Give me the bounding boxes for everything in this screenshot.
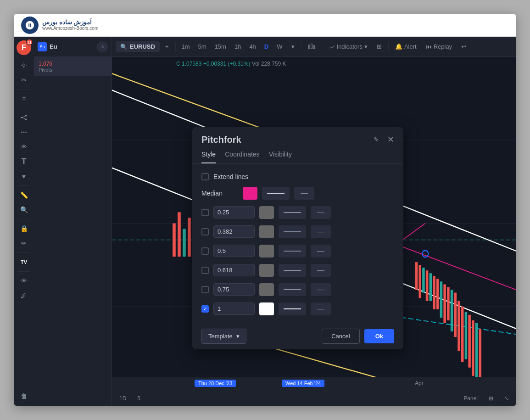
scissors-icon[interactable]: ✂ xyxy=(17,73,31,86)
tab-coordinates[interactable]: Coordinates xyxy=(225,151,260,163)
template-button[interactable]: Template ▾ xyxy=(201,329,246,344)
row-0382-checkbox[interactable] xyxy=(201,228,209,235)
chart-body: C 1.07583 +0.00331 (+0.31%) Vol 228.759 … xyxy=(112,57,516,390)
brand-logo: آموزش ساده بورس www.Amoozesh-Boors.com xyxy=(21,17,98,34)
crosshair-icon[interactable] xyxy=(17,59,31,72)
median-color-swatch[interactable] xyxy=(243,187,257,200)
timeframe-dropdown[interactable]: ▾ xyxy=(288,41,298,52)
main-area: F 11 ✂ ≡ 👁 T ♥ xyxy=(14,37,516,406)
row-1-checkbox[interactable]: ✓ xyxy=(201,305,209,313)
tab-style[interactable]: Style xyxy=(201,151,216,163)
row-025-line-style[interactable] xyxy=(279,206,306,219)
resize-icon[interactable]: ⤡ xyxy=(501,394,513,403)
row-05-checkbox[interactable] xyxy=(201,247,209,255)
median-line-style[interactable] xyxy=(262,187,290,200)
row-075-color[interactable] xyxy=(259,283,274,296)
pen-icon[interactable]: 🖊 xyxy=(17,289,31,302)
ruler-icon[interactable]: 📏 xyxy=(17,189,31,202)
trash-icon[interactable]: 🗑 xyxy=(17,390,31,403)
row-0618-input[interactable] xyxy=(213,264,255,276)
side-panel: Eu Eu ∧ 1.076 Pivots xyxy=(34,37,112,406)
row-0382-line-style[interactable] xyxy=(279,225,306,238)
row-05-line-style[interactable] xyxy=(279,245,306,258)
timeframe-w[interactable]: W xyxy=(273,42,285,51)
tab-visibility[interactable]: Visibility xyxy=(269,151,292,163)
lines-icon[interactable]: ≡ xyxy=(17,92,31,105)
avatar[interactable]: F 11 xyxy=(17,40,31,55)
row-0382-input[interactable] xyxy=(213,225,255,238)
cancel-button[interactable]: Cancel xyxy=(322,329,359,344)
row-025-thickness[interactable]: — xyxy=(311,206,331,219)
median-thickness[interactable]: — xyxy=(294,187,314,200)
timeframe-15m[interactable]: 15m xyxy=(212,42,229,51)
row-05-color[interactable] xyxy=(259,245,274,258)
add-symbol-button[interactable]: + xyxy=(162,41,173,52)
row-075-thickness[interactable]: — xyxy=(311,283,331,296)
symbol-item[interactable]: 1.076 Pivots xyxy=(34,57,112,76)
bottom-5-btn[interactable]: 5 xyxy=(134,394,144,403)
divider5 xyxy=(17,252,30,253)
row-1-color[interactable] xyxy=(259,302,274,315)
brand-text: آموزش ساده بورس www.Amoozesh-Boors.com xyxy=(42,19,98,32)
tv-logo: TV xyxy=(17,256,31,269)
eye-icon[interactable]: 👁 xyxy=(17,140,31,153)
eye2-icon[interactable]: 👁 xyxy=(17,274,31,287)
zoom-icon[interactable]: 🔍 xyxy=(17,203,31,216)
timeframe-5m[interactable]: 5m xyxy=(195,42,210,51)
bottom-1d-btn[interactable]: 1D xyxy=(116,394,130,403)
symbol-search[interactable]: 🔍 EURUSD xyxy=(116,41,160,52)
row-0618-thickness[interactable]: — xyxy=(311,264,331,277)
separator3 xyxy=(322,42,322,51)
indicators-button[interactable]: Indicators ▾ xyxy=(325,41,371,52)
dots-icon[interactable] xyxy=(17,126,31,139)
undo-button[interactable]: ↩ xyxy=(457,41,470,52)
row-1-input[interactable] xyxy=(213,302,255,315)
extend-lines-checkbox[interactable] xyxy=(201,173,209,180)
close-button[interactable]: ✕ xyxy=(387,134,394,145)
row-0382-thickness[interactable]: — xyxy=(311,225,331,238)
divider6 xyxy=(17,271,30,272)
row-075-input[interactable] xyxy=(213,283,255,296)
heart-icon[interactable]: ♥ xyxy=(17,170,31,183)
row-025-color[interactable] xyxy=(259,206,274,219)
svg-point-7 xyxy=(26,132,27,133)
nodes-icon[interactable] xyxy=(17,111,31,124)
chart-canvas[interactable]: C 1.07583 +0.00331 (+0.31%) Vol 228.759 … xyxy=(112,57,516,390)
alert-button[interactable]: 🔔 Alert xyxy=(391,41,420,52)
replay-button[interactable]: ⏮ Replay xyxy=(422,41,456,52)
grid-icon[interactable]: ⊞ xyxy=(485,394,497,403)
row-0382-color[interactable] xyxy=(259,225,274,238)
row-075-checkbox[interactable] xyxy=(201,286,209,293)
row-025-input[interactable] xyxy=(213,206,255,218)
svg-line-4 xyxy=(22,118,26,119)
row-0618-checkbox[interactable] xyxy=(201,267,209,274)
pen-lock-icon[interactable]: ✏ xyxy=(17,237,31,250)
chart-type-button[interactable] xyxy=(304,41,319,52)
row-075-line-style[interactable] xyxy=(279,283,306,296)
svg-rect-9 xyxy=(311,44,312,49)
timeframe-1m[interactable]: 1m xyxy=(179,42,193,51)
layout-button[interactable]: ⊞ xyxy=(373,41,385,52)
search-icon: 🔍 xyxy=(120,44,127,50)
side-panel-header: Eu Eu ∧ xyxy=(34,37,112,57)
row-1-thickness[interactable]: — xyxy=(311,302,331,315)
row-075: — xyxy=(201,283,394,296)
lock-icon[interactable]: 🔒 xyxy=(17,222,31,235)
row-05-thickness[interactable]: — xyxy=(311,245,331,258)
row-1-line-style[interactable] xyxy=(279,302,306,315)
collapse-button[interactable]: ∧ xyxy=(97,41,108,52)
svg-point-0 xyxy=(21,117,22,118)
row-05-input[interactable] xyxy=(213,245,255,257)
symbol-price: 1.076 xyxy=(39,61,107,67)
row-025-checkbox[interactable] xyxy=(201,209,209,216)
row-0618-color[interactable] xyxy=(259,264,274,277)
timeframe-1h[interactable]: 1h xyxy=(231,42,244,51)
timeframe-4h[interactable]: 4h xyxy=(246,42,259,51)
text-icon[interactable]: T xyxy=(17,155,31,168)
ok-button[interactable]: Ok xyxy=(364,329,394,343)
symbol-icon: Eu xyxy=(38,42,47,51)
timeframe-d[interactable]: D xyxy=(261,42,272,51)
row-0618-line-style[interactable] xyxy=(279,264,306,277)
row-025: — xyxy=(201,206,394,219)
edit-icon[interactable]: ✎ xyxy=(374,136,379,143)
